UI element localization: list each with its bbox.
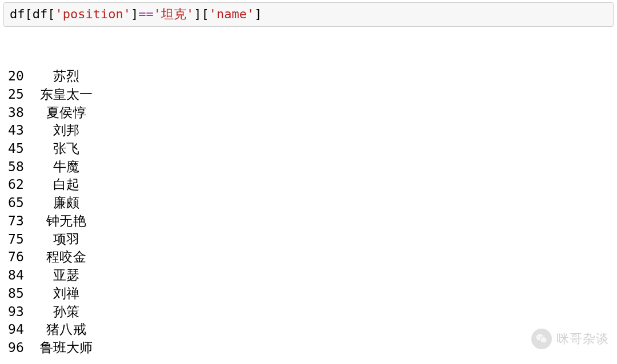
row-value: 苏烈	[26, 67, 106, 86]
row-index: 65	[8, 194, 26, 212]
code-token-var: df	[33, 7, 48, 21]
row-index: 94	[8, 321, 26, 339]
series-row: 38夏侯惇	[8, 104, 617, 122]
code-token-var: df	[10, 7, 25, 21]
code-token-punct: [	[47, 7, 55, 21]
row-value: 东皇太一	[26, 86, 106, 104]
row-value: 刘禅	[26, 285, 106, 303]
row-index: 76	[8, 248, 26, 266]
row-index: 84	[8, 266, 26, 285]
row-index: 58	[8, 158, 26, 176]
row-index: 62	[8, 176, 26, 194]
output-area: 20苏烈25东皇太一38夏侯惇43刘邦45张飞58牛魔62白起65廉颇73钟无艳…	[0, 31, 617, 364]
row-index: 25	[8, 86, 26, 104]
row-value: 猪八戒	[26, 321, 106, 339]
row-value: 项羽	[26, 230, 106, 249]
series-row: 25东皇太一	[8, 86, 617, 104]
row-value: 廉颇	[26, 194, 106, 212]
row-value: 夏侯惇	[26, 104, 106, 122]
series-rows: 20苏烈25东皇太一38夏侯惇43刘邦45张飞58牛魔62白起65廉颇73钟无艳…	[8, 67, 617, 357]
code-token-operator: ==	[138, 7, 154, 21]
row-value: 鲁班大师	[26, 339, 106, 357]
series-row: 96鲁班大师	[8, 339, 617, 357]
series-row: 45张飞	[8, 140, 617, 158]
code-token-punct: ]	[254, 7, 262, 21]
code-token-punct: [	[25, 7, 33, 21]
code-token-string: 'position'	[55, 7, 131, 21]
row-value: 白起	[26, 176, 106, 194]
row-value: 张飞	[26, 140, 106, 158]
row-index: 93	[8, 303, 26, 321]
series-row: 73钟无艳	[8, 212, 617, 230]
code-token-string: 'name'	[209, 7, 254, 21]
series-row: 65廉颇	[8, 194, 617, 212]
row-index: 20	[8, 67, 26, 86]
series-row: 62白起	[8, 176, 617, 194]
series-row: 75项羽	[8, 230, 617, 249]
code-input-cell[interactable]: df[df['position']=='坦克']['name']	[3, 2, 614, 27]
row-index: 85	[8, 285, 26, 303]
series-row: 85刘禅	[8, 285, 617, 303]
row-value: 孙策	[26, 303, 106, 321]
watermark: 咪哥杂谈	[531, 329, 609, 349]
row-index: 73	[8, 212, 26, 230]
series-row: 43刘邦	[8, 122, 617, 140]
series-row: 58牛魔	[8, 158, 617, 176]
code-token-punct: [	[201, 7, 209, 21]
row-index: 43	[8, 122, 26, 140]
row-index: 38	[8, 104, 26, 122]
row-index: 75	[8, 230, 26, 249]
series-row: 20苏烈	[8, 67, 617, 86]
row-index: 96	[8, 339, 26, 357]
row-value: 钟无艳	[26, 212, 106, 230]
row-value: 程咬金	[26, 248, 106, 266]
series-row: 84亚瑟	[8, 266, 617, 285]
series-row: 94猪八戒	[8, 321, 617, 339]
code-token-punct: ]	[131, 7, 138, 21]
row-value: 牛魔	[26, 158, 106, 176]
wechat-icon	[531, 329, 552, 349]
code-token-punct: ]	[194, 7, 201, 21]
code-token-string: '坦克'	[154, 7, 194, 21]
series-row: 93孙策	[8, 303, 617, 321]
row-value: 亚瑟	[26, 266, 106, 285]
row-value: 刘邦	[26, 122, 106, 140]
row-index: 45	[8, 140, 26, 158]
series-row: 76程咬金	[8, 248, 617, 266]
watermark-text: 咪哥杂谈	[556, 330, 609, 347]
